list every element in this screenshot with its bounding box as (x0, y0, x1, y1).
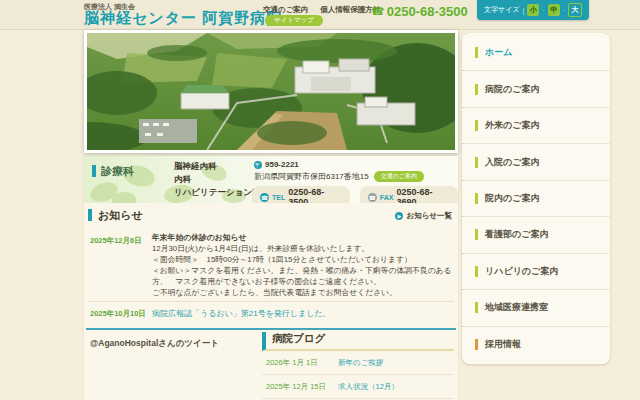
news-divider (88, 301, 454, 302)
item-bar (475, 47, 478, 58)
sidebar-item-facilities[interactable]: 院内のご案内 (462, 181, 610, 217)
sidebar-item-regional-medical[interactable]: 地域医療連携室 (462, 290, 610, 326)
site-header: 医療法人 潤生会 脳神経センター 阿賀野病院 交通のご案内 個人情報保護方針 サ… (0, 0, 640, 30)
page: 医療法人 潤生会 脳神経センター 阿賀野病院 交通のご案内 個人情報保護方針 サ… (0, 0, 640, 400)
fax-icon: ☎ (368, 193, 377, 202)
twitter-widget-header[interactable]: @AganoHospitalさんのツイート (90, 338, 219, 350)
blog-section-title: 病院ブログ (262, 332, 454, 351)
departments-list: 脳神経内科 内科 リハビリテーション科 (174, 160, 261, 199)
department-item: リハビリテーション科 (174, 186, 261, 199)
fontsize-large-button[interactable]: 大 (568, 3, 582, 17)
blog-section: 病院ブログ 2026年 1月 1日 新年のご挨拶 2025年 12月 15日 求… (262, 332, 454, 399)
link-access[interactable]: 交通のご案内 (263, 5, 308, 15)
department-item: 脳神経内科 (174, 160, 261, 173)
news-entry-line: ご不明な点がございましたら、当院代表電話までお問合せください。 (152, 287, 454, 298)
fontsize-small-button[interactable]: 小 (527, 4, 539, 16)
sidebar-item-outpatient[interactable]: 外来のご案内 (462, 108, 610, 144)
sidebar-item-label: 外来のご案内 (485, 119, 539, 132)
telfax-row: ☎ TEL 0250-68-3500 ☎ FAX 0250-68-3690 (252, 186, 458, 203)
section-rule (86, 328, 456, 330)
phone-icon: ☎ (371, 5, 385, 17)
address-block: 〒 959-2221 新潟県阿賀野市保田6317番地15 交通のご案内 (254, 160, 424, 182)
sidebar-item-label: ホーム (485, 46, 512, 59)
fax-number: 0250-68-3690 (396, 187, 450, 203)
item-bar (475, 266, 478, 277)
fax-button[interactable]: ☎ FAX 0250-68-3690 (360, 186, 458, 203)
news-entry-link[interactable]: 病院広報誌「うるおい」第21号を発行しました。 (152, 308, 331, 319)
site-title[interactable]: 脳神経センター 阿賀野病院 (84, 9, 282, 28)
blog-entry-link[interactable]: 新年のご挨拶 (338, 358, 383, 368)
blog-entry-date: 2025年 12月 15日 (266, 382, 338, 392)
sidebar-item-inpatient[interactable]: 入院のご案内 (462, 144, 610, 180)
header-phone: ☎0250-68-3500 (371, 4, 468, 19)
sitemap-button[interactable]: サイトマップ (265, 15, 323, 26)
news-entry-date: 2025年12月6日 (90, 236, 142, 246)
sidebar-item-hospital-guide[interactable]: 病院のご案内 (462, 71, 610, 107)
item-bar (475, 339, 478, 350)
fontsize-separator: | (523, 7, 525, 14)
access-button[interactable]: 交通のご案内 (374, 171, 424, 182)
sidebar-item-label: 院内のご案内 (485, 192, 539, 205)
main-content: お知らせ ▶ お知らせ一覧 2025年12月6日 年末年始の休診のお知らせ 12… (84, 203, 458, 400)
sidebar-item-rehabilitation[interactable]: リハビリのご案内 (462, 254, 610, 290)
news-entry-line: 方、 マスク着用ができないお子様等の面会はご遠慮ください。 (152, 276, 454, 287)
fontsize-control: 文字サイズ | 小 · 中 · 大 (477, 0, 589, 20)
address-text: 新潟県阿賀野市保田6317番地15 (254, 171, 369, 182)
sidebar-item-nursing[interactable]: 看護部のご案内 (462, 217, 610, 253)
news-entry-line: ＜面会時間＞ 15時00分～17時（1回15分とさせていただいております） (152, 254, 454, 265)
sidebar-item-label: 病院のご案内 (485, 83, 539, 96)
news-entry-line: 12月30日(火)から1月4日(日)は、外来診療を休診いたします。 (152, 243, 454, 254)
header-links: 交通のご案内 個人情報保護方針 (263, 5, 380, 15)
postal-mark-icon: 〒 (254, 161, 262, 169)
news-list-link[interactable]: ▶ お知らせ一覧 (395, 211, 452, 221)
arrow-circle-icon: ▶ (395, 212, 403, 220)
tel-button[interactable]: ☎ TEL 0250-68-3500 (252, 186, 350, 203)
news-section-title: お知らせ (88, 209, 143, 221)
news-entry-date: 2025年10月10日 (90, 309, 146, 319)
tel-icon: ☎ (260, 193, 269, 202)
news-entry-title: 年末年始の休診のお知らせ (152, 232, 454, 243)
blog-row: 2025年 12月 15日 求人状況（12月） (262, 375, 454, 399)
fontsize-dot: · (542, 7, 544, 14)
item-bar (475, 302, 478, 313)
fontsize-label: 文字サイズ (484, 5, 520, 15)
sidebar-item-label: 看護部のご案内 (485, 228, 548, 241)
sidebar-item-label: リハビリのご案内 (485, 265, 558, 278)
item-bar (475, 157, 478, 168)
tel-number: 0250-68-3500 (288, 187, 342, 203)
sidebar-item-label: 地域医療連携室 (485, 301, 548, 314)
sidebar-item-label: 採用情報 (485, 338, 521, 351)
departments-strip: 診療科 脳神経内科 内科 リハビリテーション科 〒 959-2221 新潟県阿賀… (84, 156, 458, 203)
department-item: 内科 (174, 173, 261, 186)
departments-label: 診療科 (92, 165, 134, 177)
fontsize-medium-button[interactable]: 中 (548, 4, 560, 16)
item-bar (475, 120, 478, 131)
fontsize-dot: · (563, 7, 565, 14)
sidebar-nav: ホーム 病院のご案内 外来のご案内 入院のご案内 院内のご案内 看護部のご案内 … (462, 33, 610, 364)
blog-entry-date: 2026年 1月 1日 (266, 358, 338, 368)
news-entry-line: ＜お願い＞マスクを着用ください。また、発熱・喉の痛み・下痢等の体調不良のある (152, 265, 454, 276)
item-bar (475, 84, 478, 95)
fax-label: FAX (380, 194, 394, 201)
news-entry-body: 年末年始の休診のお知らせ 12月30日(火)から1月4日(日)は、外来診療を休診… (152, 232, 454, 298)
blog-entry-link[interactable]: 求人状況（12月） (338, 382, 399, 392)
item-bar (475, 229, 478, 240)
hospital-aerial-photo (84, 30, 458, 153)
tel-label: TEL (272, 194, 285, 201)
sidebar-item-label: 入院のご案内 (485, 156, 539, 169)
postal-code: 959-2221 (265, 160, 299, 169)
blog-row: 2026年 1月 1日 新年のご挨拶 (262, 351, 454, 375)
item-bar (475, 193, 478, 204)
sidebar-item-home[interactable]: ホーム (462, 35, 610, 71)
sidebar-item-recruit[interactable]: 採用情報 (462, 327, 610, 362)
